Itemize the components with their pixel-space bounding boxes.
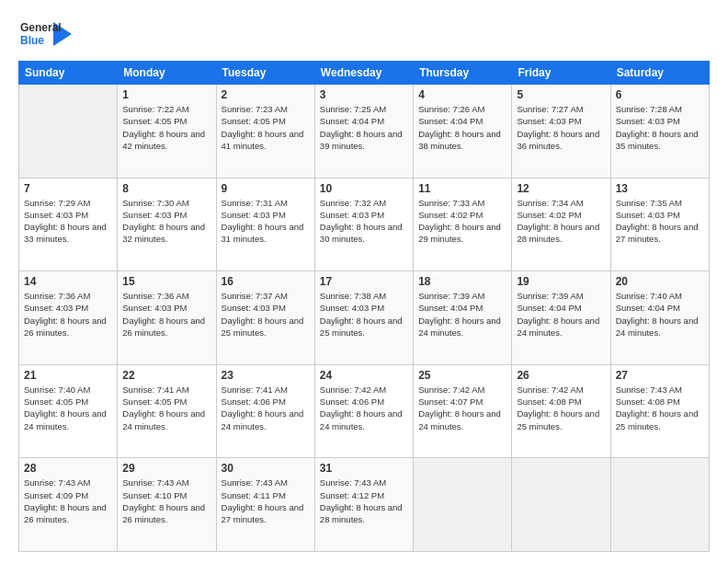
day-number: 7: [24, 182, 112, 195]
calendar-cell: 6Sunrise: 7:28 AM Sunset: 4:03 PM Daylig…: [610, 85, 709, 178]
weekday-header-tuesday: Tuesday: [216, 62, 314, 85]
calendar-cell: 16Sunrise: 7:37 AM Sunset: 4:03 PM Dayli…: [216, 271, 314, 365]
day-info: Sunrise: 7:43 AM Sunset: 4:10 PM Dayligh…: [122, 477, 210, 525]
day-info: Sunrise: 7:43 AM Sunset: 4:12 PM Dayligh…: [320, 477, 408, 525]
day-info: Sunrise: 7:43 AM Sunset: 4:08 PM Dayligh…: [616, 384, 704, 432]
calendar-cell: 7Sunrise: 7:29 AM Sunset: 4:03 PM Daylig…: [19, 178, 118, 271]
weekday-header-wednesday: Wednesday: [314, 62, 413, 85]
weekday-header-friday: Friday: [512, 62, 610, 85]
day-number: 30: [222, 462, 310, 475]
calendar-cell: 13Sunrise: 7:35 AM Sunset: 4:03 PM Dayli…: [610, 178, 709, 271]
calendar-cell: 19Sunrise: 7:39 AM Sunset: 4:04 PM Dayli…: [512, 271, 610, 365]
day-info: Sunrise: 7:27 AM Sunset: 4:03 PM Dayligh…: [517, 103, 605, 152]
calendar-cell: 4Sunrise: 7:26 AM Sunset: 4:04 PM Daylig…: [414, 85, 512, 178]
weekday-header-sunday: Sunday: [19, 62, 118, 85]
week-row-2: 7Sunrise: 7:29 AM Sunset: 4:03 PM Daylig…: [19, 178, 710, 271]
day-info: Sunrise: 7:30 AM Sunset: 4:03 PM Dayligh…: [122, 197, 210, 246]
day-number: 17: [320, 275, 408, 288]
day-info: Sunrise: 7:38 AM Sunset: 4:03 PM Dayligh…: [320, 290, 408, 339]
weekday-header-thursday: Thursday: [414, 62, 512, 85]
day-number: 11: [418, 182, 506, 195]
calendar-cell: 2Sunrise: 7:23 AM Sunset: 4:05 PM Daylig…: [216, 85, 314, 178]
calendar-cell: [512, 458, 610, 552]
day-number: 14: [24, 275, 112, 288]
day-number: 15: [122, 275, 210, 288]
calendar-cell: 28Sunrise: 7:43 AM Sunset: 4:09 PM Dayli…: [19, 458, 118, 552]
day-info: Sunrise: 7:39 AM Sunset: 4:04 PM Dayligh…: [418, 290, 506, 339]
day-number: 24: [320, 369, 408, 382]
weekday-header-saturday: Saturday: [610, 62, 709, 85]
day-info: Sunrise: 7:31 AM Sunset: 4:03 PM Dayligh…: [222, 197, 310, 246]
day-number: 19: [517, 275, 605, 288]
day-number: 20: [616, 275, 704, 288]
day-info: Sunrise: 7:37 AM Sunset: 4:03 PM Dayligh…: [222, 290, 310, 339]
week-row-1: 1Sunrise: 7:22 AM Sunset: 4:05 PM Daylig…: [19, 85, 710, 178]
calendar-cell: 3Sunrise: 7:25 AM Sunset: 4:04 PM Daylig…: [314, 85, 413, 178]
calendar-table: SundayMondayTuesdayWednesdayThursdayFrid…: [18, 61, 710, 552]
day-number: 6: [616, 88, 704, 101]
calendar-cell: 27Sunrise: 7:43 AM Sunset: 4:08 PM Dayli…: [610, 364, 709, 458]
day-number: 21: [24, 369, 112, 382]
day-info: Sunrise: 7:40 AM Sunset: 4:05 PM Dayligh…: [24, 384, 112, 432]
week-row-4: 21Sunrise: 7:40 AM Sunset: 4:05 PM Dayli…: [19, 364, 710, 458]
calendar-cell: 8Sunrise: 7:30 AM Sunset: 4:03 PM Daylig…: [118, 178, 216, 271]
day-number: 22: [122, 369, 210, 382]
day-info: Sunrise: 7:33 AM Sunset: 4:02 PM Dayligh…: [418, 197, 506, 246]
day-number: 13: [616, 182, 704, 195]
day-info: Sunrise: 7:34 AM Sunset: 4:02 PM Dayligh…: [517, 197, 605, 246]
day-number: 8: [122, 182, 210, 195]
day-number: 10: [320, 182, 408, 195]
day-number: 25: [418, 369, 506, 382]
day-number: 4: [418, 88, 506, 101]
calendar-cell: 21Sunrise: 7:40 AM Sunset: 4:05 PM Dayli…: [19, 364, 118, 458]
day-number: 16: [222, 275, 310, 288]
calendar-cell: 26Sunrise: 7:42 AM Sunset: 4:08 PM Dayli…: [512, 364, 610, 458]
week-row-3: 14Sunrise: 7:36 AM Sunset: 4:03 PM Dayli…: [19, 271, 710, 365]
day-info: Sunrise: 7:22 AM Sunset: 4:05 PM Dayligh…: [122, 103, 210, 152]
calendar-cell: 29Sunrise: 7:43 AM Sunset: 4:10 PM Dayli…: [118, 458, 216, 552]
calendar-cell: 20Sunrise: 7:40 AM Sunset: 4:04 PM Dayli…: [610, 271, 709, 365]
calendar-cell: 14Sunrise: 7:36 AM Sunset: 4:03 PM Dayli…: [19, 271, 118, 365]
logo-svg: GeneralBlue: [18, 15, 74, 53]
day-number: 9: [222, 182, 310, 195]
day-info: Sunrise: 7:32 AM Sunset: 4:03 PM Dayligh…: [320, 197, 408, 246]
day-info: Sunrise: 7:28 AM Sunset: 4:03 PM Dayligh…: [616, 103, 704, 152]
day-number: 1: [122, 88, 210, 101]
calendar-cell: [414, 458, 512, 552]
calendar-cell: 23Sunrise: 7:41 AM Sunset: 4:06 PM Dayli…: [216, 364, 314, 458]
day-info: Sunrise: 7:40 AM Sunset: 4:04 PM Dayligh…: [616, 290, 704, 339]
day-info: Sunrise: 7:43 AM Sunset: 4:11 PM Dayligh…: [222, 477, 310, 525]
calendar-cell: 1Sunrise: 7:22 AM Sunset: 4:05 PM Daylig…: [118, 85, 216, 178]
day-info: Sunrise: 7:42 AM Sunset: 4:06 PM Dayligh…: [320, 384, 408, 432]
day-info: Sunrise: 7:43 AM Sunset: 4:09 PM Dayligh…: [24, 477, 112, 525]
logo: GeneralBlue: [18, 15, 74, 53]
day-info: Sunrise: 7:41 AM Sunset: 4:06 PM Dayligh…: [222, 384, 310, 432]
calendar-cell: 10Sunrise: 7:32 AM Sunset: 4:03 PM Dayli…: [314, 178, 413, 271]
day-info: Sunrise: 7:36 AM Sunset: 4:03 PM Dayligh…: [24, 290, 112, 339]
svg-text:General: General: [20, 21, 62, 34]
calendar-cell: 18Sunrise: 7:39 AM Sunset: 4:04 PM Dayli…: [414, 271, 512, 365]
day-info: Sunrise: 7:42 AM Sunset: 4:08 PM Dayligh…: [517, 384, 605, 432]
day-info: Sunrise: 7:26 AM Sunset: 4:04 PM Dayligh…: [418, 103, 506, 152]
day-info: Sunrise: 7:35 AM Sunset: 4:03 PM Dayligh…: [616, 197, 704, 246]
day-info: Sunrise: 7:41 AM Sunset: 4:05 PM Dayligh…: [122, 384, 210, 432]
calendar-cell: 31Sunrise: 7:43 AM Sunset: 4:12 PM Dayli…: [314, 458, 413, 552]
calendar-cell: 30Sunrise: 7:43 AM Sunset: 4:11 PM Dayli…: [216, 458, 314, 552]
day-number: 12: [517, 182, 605, 195]
day-info: Sunrise: 7:23 AM Sunset: 4:05 PM Dayligh…: [222, 103, 310, 152]
day-info: Sunrise: 7:42 AM Sunset: 4:07 PM Dayligh…: [418, 384, 506, 432]
weekday-header-monday: Monday: [118, 62, 216, 85]
day-number: 27: [616, 369, 704, 382]
calendar-cell: 25Sunrise: 7:42 AM Sunset: 4:07 PM Dayli…: [414, 364, 512, 458]
calendar-cell: 15Sunrise: 7:36 AM Sunset: 4:03 PM Dayli…: [118, 271, 216, 365]
calendar-cell: 22Sunrise: 7:41 AM Sunset: 4:05 PM Dayli…: [118, 364, 216, 458]
day-number: 2: [222, 88, 310, 101]
day-number: 31: [320, 462, 408, 475]
calendar-cell: 24Sunrise: 7:42 AM Sunset: 4:06 PM Dayli…: [314, 364, 413, 458]
day-info: Sunrise: 7:25 AM Sunset: 4:04 PM Dayligh…: [320, 103, 408, 152]
day-number: 18: [418, 275, 506, 288]
day-info: Sunrise: 7:29 AM Sunset: 4:03 PM Dayligh…: [24, 197, 112, 246]
day-info: Sunrise: 7:39 AM Sunset: 4:04 PM Dayligh…: [517, 290, 605, 339]
calendar-cell: 5Sunrise: 7:27 AM Sunset: 4:03 PM Daylig…: [512, 85, 610, 178]
weekday-header-row: SundayMondayTuesdayWednesdayThursdayFrid…: [19, 62, 710, 85]
